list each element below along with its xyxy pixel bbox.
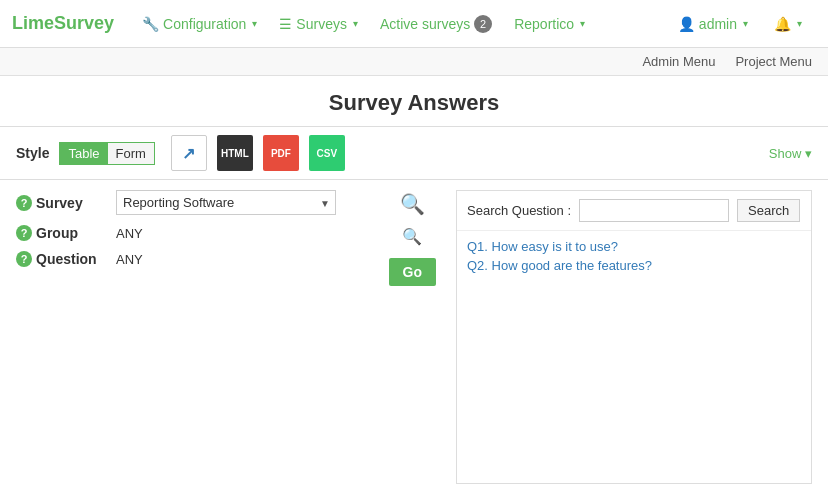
filters-col: ? Survey Reporting Software ? Group ANY [16,190,359,277]
nav-active-surveys[interactable]: Active surveys 2 [372,0,500,48]
zoom-in-button[interactable]: 🔍 [398,190,426,218]
reportico-caret-icon: ▾ [580,18,585,29]
survey-filter-row: ? Survey Reporting Software [16,190,359,215]
survey-select-wrapper: Reporting Software [116,190,336,215]
zoom-out-button[interactable]: 🔍 [398,222,426,250]
question-list: Q1. How easy is it to use?Q2. How good a… [457,231,811,483]
bell-caret-icon: ▾ [797,18,802,29]
search-bar: Search Question : Search [457,191,811,231]
arrow-icon: ↗ [182,144,195,163]
person-icon: 👤 [678,16,695,32]
right-panel: Search Question : Search Q1. How easy is… [456,190,812,484]
survey-help-icon[interactable]: ? [16,195,32,211]
search-button[interactable]: Search [737,199,800,222]
question-value: ANY [116,252,143,267]
show-caret-icon: ▾ [805,146,812,161]
caret-icon: ▾ [252,18,257,29]
project-menu-link[interactable]: Project Menu [735,54,812,69]
pdf-icon: PDF [271,148,291,159]
group-filter-row: ? Group ANY [16,225,359,241]
admin-menu-link[interactable]: Admin Menu [642,54,715,69]
wrench-icon: 🔧 [142,16,159,32]
search-label: Search Question : [467,203,571,218]
group-label: ? Group [16,225,106,241]
form-style-button[interactable]: Form [108,143,154,164]
left-panel: ? Survey Reporting Software ? Group ANY [16,190,436,484]
export-pdf-button[interactable]: PDF [263,135,299,171]
filter-and-zoom: ? Survey Reporting Software ? Group ANY [16,190,436,286]
main-content: ? Survey Reporting Software ? Group ANY [0,180,828,494]
question-filter-row: ? Question ANY [16,251,359,267]
nav-admin[interactable]: 👤 admin ▾ [670,0,756,48]
bell-icon: 🔔 [774,16,791,32]
question-help-icon[interactable]: ? [16,251,32,267]
page-title: Survey Answers [0,76,828,127]
export-arrow-button[interactable]: ↗ [171,135,207,171]
surveys-caret-icon: ▾ [353,18,358,29]
csv-icon: CSV [317,148,338,159]
active-surveys-badge: 2 [474,15,492,33]
admin-bar: Admin Menu Project Menu [0,48,828,76]
nav-configuration[interactable]: 🔧 Configuration ▾ [134,0,265,48]
html-icon: HTML [221,148,249,159]
export-html-button[interactable]: HTML [217,135,253,171]
zoom-go-area: 🔍 🔍 Go [389,190,436,286]
toolbar: Style Table Form ↗ HTML PDF CSV Show ▾ [0,127,828,180]
survey-label: ? Survey [16,195,106,211]
show-button[interactable]: Show ▾ [769,146,812,161]
nav-surveys[interactable]: ☰ Surveys ▾ [271,0,366,48]
style-label: Style [16,145,49,161]
nav-notifications[interactable]: 🔔 ▾ [766,0,810,48]
admin-caret-icon: ▾ [743,18,748,29]
list-item[interactable]: Q1. How easy is it to use? [467,239,801,254]
navbar: LimeSurvey 🔧 Configuration ▾ ☰ Surveys ▾… [0,0,828,48]
question-label: ? Question [16,251,106,267]
search-input[interactable] [579,199,729,222]
brand[interactable]: LimeSurvey [12,13,114,34]
go-button[interactable]: Go [389,258,436,286]
nav-reportico[interactable]: Reportico ▾ [506,0,593,48]
survey-select[interactable]: Reporting Software [116,190,336,215]
list-icon: ☰ [279,16,292,32]
table-style-button[interactable]: Table [60,143,107,164]
group-help-icon[interactable]: ? [16,225,32,241]
group-value: ANY [116,226,143,241]
list-item[interactable]: Q2. How good are the features? [467,258,801,273]
style-group: Table Form [59,142,154,165]
export-csv-button[interactable]: CSV [309,135,345,171]
